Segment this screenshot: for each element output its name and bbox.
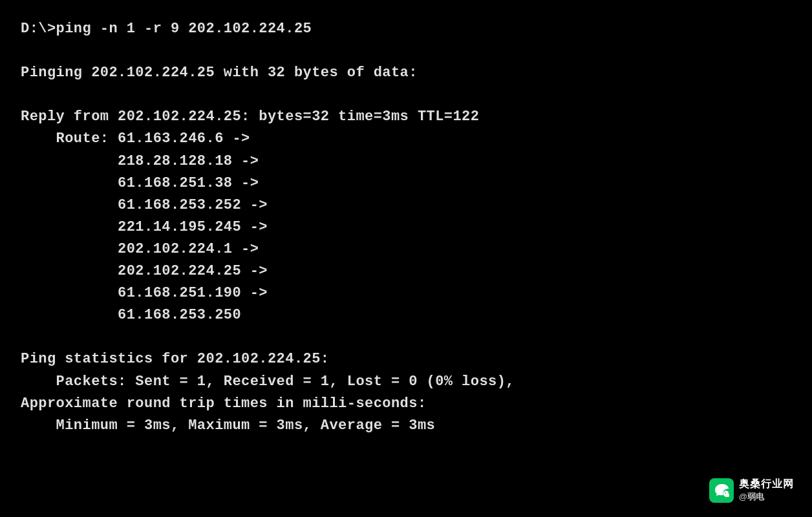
blank-line-1: [21, 40, 791, 62]
reply-line: Reply from 202.102.224.25: bytes=32 time…: [21, 106, 791, 128]
route-line-7: 61.168.251.190 ->: [21, 282, 791, 304]
approx-line: Approximate round trip times in milli-se…: [21, 393, 791, 415]
route-line-5: 202.102.224.1 ->: [21, 238, 791, 260]
route-line-1: 218.28.128.18 ->: [21, 151, 791, 173]
watermark: 奥桑行业网 @弱电: [709, 478, 794, 503]
watermark-text-block: 奥桑行业网 @弱电: [739, 478, 794, 503]
route-line-8: 61.168.253.250: [21, 304, 791, 326]
watermark-sub-text: @弱电: [739, 491, 764, 503]
route-line-3: 61.168.253.252 ->: [21, 195, 791, 216]
wechat-icon: [709, 478, 734, 503]
times-line: Minimum = 3ms, Maximum = 3ms, Average = …: [21, 415, 791, 437]
route-line-2: 61.168.251.38 ->: [21, 173, 791, 195]
command-line: D:\>ping -n 1 -r 9 202.102.224.25: [21, 18, 791, 40]
packets-line: Packets: Sent = 1, Received = 1, Lost = …: [21, 371, 791, 393]
route-label-line: Route: 61.163.246.6 ->: [21, 128, 791, 150]
blank-line-2: [21, 84, 791, 106]
pinging-line: Pinging 202.102.224.25 with 32 bytes of …: [21, 62, 791, 84]
blank-line-3: [21, 326, 791, 348]
stats-header-line: Ping statistics for 202.102.224.25:: [21, 348, 791, 370]
terminal-output: D:\>ping -n 1 -r 9 202.102.224.25 Pingin…: [21, 18, 791, 437]
watermark-main-text: 奥桑行业网: [739, 478, 794, 491]
route-line-4: 221.14.195.245 ->: [21, 216, 791, 238]
terminal-window: D:\>ping -n 1 -r 9 202.102.224.25 Pingin…: [0, 0, 812, 517]
route-line-6: 202.102.224.25 ->: [21, 260, 791, 282]
